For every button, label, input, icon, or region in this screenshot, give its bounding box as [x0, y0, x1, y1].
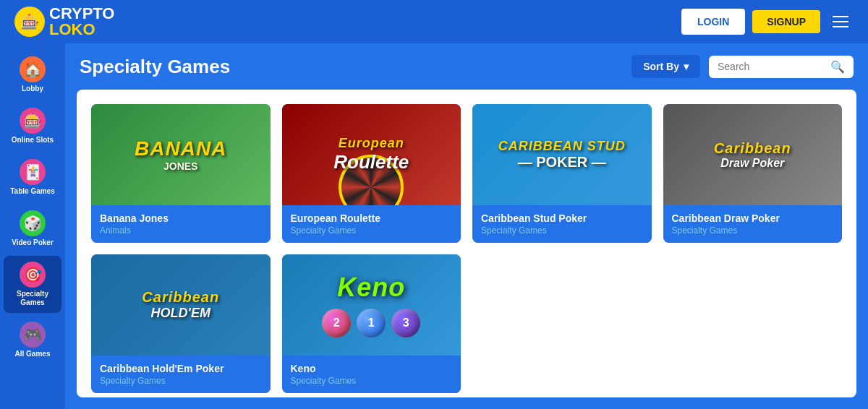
specialty-games-icon: 🎯: [20, 262, 46, 288]
header: 🎰 CRYPTO LOKO LOGIN SIGNUP: [0, 0, 868, 43]
game-category-keno: Specialty Games: [291, 376, 453, 386]
game-thumbnail-european-roulette: European Roulette: [282, 104, 461, 205]
caribbean-draw-subtitle: Draw Poker: [714, 157, 791, 170]
game-name-caribbean-holdem: Caribbean Hold'Em Poker: [100, 363, 262, 374]
game-thumbnail-caribbean-draw: Caribbean Draw Poker: [663, 104, 843, 205]
roulette-title-main: European: [333, 136, 409, 151]
hamburger-line-1: [833, 16, 848, 17]
sidebar-label-specialty-games: Specialty Games: [8, 290, 57, 307]
banana-jones-subtitle: JONES: [135, 160, 226, 172]
sidebar-label-table-games: Table Games: [10, 187, 55, 196]
game-name-banana-jones: Banana Jones: [100, 212, 262, 224]
login-button[interactable]: LOGIN: [681, 9, 745, 35]
header-right: LOGIN SIGNUP: [681, 9, 854, 35]
game-card-caribbean-holdem[interactable]: Caribbean HOLD'EM Caribbean Hold'Em Poke…: [91, 254, 271, 393]
games-area: BANANA JONES Banana Jones Animals Europe…: [77, 90, 856, 397]
game-art-banana-jones: BANANA JONES: [135, 137, 226, 172]
game-name-european-roulette: European Roulette: [291, 212, 453, 224]
hamburger-line-3: [833, 26, 848, 27]
search-icon: 🔍: [830, 60, 845, 74]
search-input[interactable]: [718, 61, 825, 72]
caribbean-stud-title: CARIBBEAN STUD: [498, 139, 626, 154]
logo[interactable]: 🎰 CRYPTO LOKO: [14, 6, 114, 38]
header-controls: Sort By ▾ 🔍: [631, 55, 854, 78]
game-info-banana-jones: Banana Jones Animals: [91, 205, 271, 243]
game-name-caribbean-draw: Caribbean Draw Poker: [672, 212, 834, 224]
page-title: Specialty Games: [80, 56, 230, 78]
sidebar-label-online-slots: Online Slots: [12, 136, 54, 145]
games-grid: BANANA JONES Banana Jones Animals Europe…: [91, 104, 842, 393]
caribbean-stud-subtitle: — POKER —: [498, 154, 626, 171]
game-category-caribbean-holdem: Specialty Games: [100, 376, 262, 386]
caribbean-holdem-title: Caribbean: [142, 289, 219, 306]
signup-button[interactable]: SIGNUP: [752, 10, 820, 33]
lobby-icon: 🏠: [20, 56, 46, 82]
caribbean-holdem-subtitle: HOLD'EM: [142, 306, 219, 321]
game-card-caribbean-draw[interactable]: Caribbean Draw Poker Caribbean Draw Poke…: [663, 104, 843, 243]
caribbean-draw-title: Caribbean: [714, 140, 791, 157]
game-thumbnail-caribbean-stud: CARIBBEAN STUD — POKER —: [472, 104, 652, 205]
logo-loko: LOKO: [49, 20, 95, 38]
game-info-caribbean-holdem: Caribbean Hold'Em Poker Specialty Games: [91, 356, 271, 393]
game-category-banana-jones: Animals: [100, 225, 262, 236]
sort-button[interactable]: Sort By ▾: [631, 55, 700, 78]
game-info-keno: Keno Specialty Games: [282, 356, 461, 393]
game-category-caribbean-stud: Specialty Games: [481, 225, 643, 236]
game-art-caribbean-draw: Caribbean Draw Poker: [714, 140, 791, 170]
sidebar-item-specialty-games[interactable]: 🎯 Specialty Games: [4, 256, 61, 313]
game-thumbnail-keno: Keno 2 1 3: [282, 254, 461, 356]
sidebar-item-table-games[interactable]: 🃏 Table Games: [4, 153, 61, 202]
sidebar-item-lobby[interactable]: 🏠 Lobby: [4, 51, 61, 99]
all-games-icon: 🎮: [20, 322, 46, 348]
game-info-caribbean-stud: Caribbean Stud Poker Specialty Games: [472, 205, 652, 243]
search-box: 🔍: [709, 56, 854, 78]
game-card-caribbean-stud[interactable]: CARIBBEAN STUD — POKER — Caribbean Stud …: [472, 104, 652, 243]
keno-ball-3: 3: [391, 309, 420, 337]
sidebar-item-video-poker[interactable]: 🎲 Video Poker: [4, 204, 61, 253]
sidebar: 🏠 Lobby 🎰 Online Slots 🃏 Table Games 🎲 V…: [0, 43, 65, 409]
banana-jones-title: BANANA: [135, 137, 226, 160]
game-name-caribbean-stud: Caribbean Stud Poker: [481, 212, 643, 224]
sort-label: Sort By: [643, 61, 679, 72]
menu-button[interactable]: [827, 9, 854, 35]
main-layout: 🏠 Lobby 🎰 Online Slots 🃏 Table Games 🎲 V…: [0, 43, 868, 409]
game-category-caribbean-draw: Specialty Games: [672, 225, 834, 236]
game-thumbnail-caribbean-holdem: Caribbean HOLD'EM: [91, 254, 271, 356]
game-card-banana-jones[interactable]: BANANA JONES Banana Jones Animals: [91, 104, 271, 243]
keno-ball-2: 2: [322, 309, 351, 337]
hamburger-line-2: [833, 21, 848, 22]
keno-balls: 2 1 3: [322, 309, 420, 337]
keno-title: Keno: [337, 272, 405, 303]
game-art-european-roulette: European Roulette: [333, 136, 409, 173]
logo-icon: 🎰: [14, 7, 45, 37]
game-card-european-roulette[interactable]: European Roulette European Roulette Spec…: [282, 104, 461, 243]
game-name-keno: Keno: [291, 363, 453, 374]
table-games-icon: 🃏: [20, 159, 46, 185]
sidebar-label-all-games: All Games: [15, 350, 51, 358]
game-thumbnail-banana-jones: BANANA JONES: [91, 104, 271, 205]
game-art-caribbean-holdem: Caribbean HOLD'EM: [142, 289, 219, 321]
game-card-keno[interactable]: Keno 2 1 3 Keno Specialty Games: [282, 254, 461, 393]
game-info-caribbean-draw: Caribbean Draw Poker Specialty Games: [663, 205, 843, 243]
sidebar-item-all-games[interactable]: 🎮 All Games: [4, 316, 61, 364]
sidebar-label-lobby: Lobby: [22, 85, 43, 93]
game-art-caribbean-stud: CARIBBEAN STUD — POKER —: [498, 139, 626, 171]
sort-chevron-icon: ▾: [684, 61, 689, 72]
logo-text: CRYPTO LOKO: [49, 6, 114, 38]
game-category-european-roulette: Specialty Games: [291, 225, 453, 236]
sidebar-item-online-slots[interactable]: 🎰 Online Slots: [4, 102, 61, 150]
roulette-title-sub: Roulette: [333, 151, 409, 173]
online-slots-icon: 🎰: [20, 108, 46, 134]
content-area: Specialty Games Sort By ▾ 🔍 BANAN: [65, 43, 868, 409]
game-info-european-roulette: European Roulette Specialty Games: [282, 205, 461, 243]
sidebar-label-video-poker: Video Poker: [12, 238, 54, 247]
content-header: Specialty Games Sort By ▾ 🔍: [65, 43, 868, 90]
game-art-keno: Keno: [337, 272, 405, 303]
keno-ball-1: 1: [357, 309, 386, 337]
video-poker-icon: 🎲: [20, 210, 46, 236]
